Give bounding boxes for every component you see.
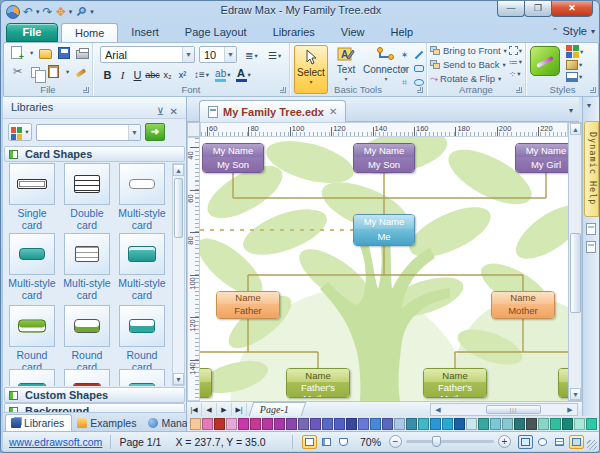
new-document-icon[interactable]: [11, 46, 22, 59]
drawing-canvas[interactable]: My NameMy SonMy NameMy SonMy NameMy Girl…: [200, 137, 568, 401]
family-node-me[interactable]: My NameMe: [353, 214, 415, 246]
shape-part-a[interactable]: [6, 369, 58, 386]
collapse-icon[interactable]: ▾: [587, 101, 591, 110]
section-custom-shapes[interactable]: Custom Shapes: [4, 387, 185, 403]
library-picker-button[interactable]: ▾: [8, 123, 32, 141]
family-node-my-son[interactable]: My NameMy Son: [202, 143, 264, 173]
color-swatch[interactable]: [298, 418, 309, 430]
scroll-down-icon[interactable]: ▼: [173, 373, 184, 385]
color-swatch[interactable]: [526, 418, 537, 430]
color-swatch[interactable]: [454, 418, 465, 430]
tab-libraries[interactable]: Libraries: [260, 23, 328, 42]
group-shapes-icon[interactable]: ▾: [509, 46, 522, 55]
color-swatch[interactable]: [274, 418, 285, 430]
open-icon[interactable]: [39, 49, 52, 59]
arrange-dialog-launcher-icon[interactable]: [516, 87, 522, 93]
highlight-color-button[interactable]: ab▾: [215, 66, 230, 83]
distribute-shapes-icon[interactable]: ⁘▾: [509, 69, 522, 79]
first-page-icon[interactable]: |◀: [187, 403, 202, 416]
shape-multi-d[interactable]: Multi-style card: [116, 233, 168, 301]
line-spacing-button[interactable]: ↕≡▾: [194, 66, 209, 83]
family-node[interactable]: [558, 368, 568, 398]
color-swatch[interactable]: [334, 418, 345, 430]
color-swatch[interactable]: [250, 418, 261, 430]
search-go-button[interactable]: ➜: [145, 123, 165, 141]
color-swatch[interactable]: [190, 418, 201, 430]
maximize-button[interactable]: ❐: [524, 1, 552, 17]
family-node-mother[interactable]: NameMother: [491, 291, 555, 319]
color-swatch[interactable]: [418, 418, 429, 430]
sidebar-scrollbar[interactable]: ▲ ▼: [172, 163, 185, 386]
font-size-select[interactable]: 10▼: [199, 46, 237, 63]
scroll-right-icon[interactable]: ▶: [564, 404, 576, 415]
tab-home[interactable]: Home: [61, 23, 118, 42]
bullets-button[interactable]: ☰▾: [268, 47, 281, 64]
scroll-up-icon[interactable]: ▲: [570, 123, 581, 135]
shape-round-b[interactable]: Round card: [61, 305, 113, 373]
color-swatch[interactable]: [310, 418, 321, 430]
file-tab[interactable]: File: [6, 23, 58, 42]
resize-grip[interactable]: [587, 440, 597, 450]
color-swatch[interactable]: [226, 418, 237, 430]
zoom-in-icon[interactable]: +: [498, 435, 511, 448]
color-swatch[interactable]: [466, 418, 477, 430]
zoom-slider-thumb[interactable]: [432, 436, 441, 447]
color-swatch[interactable]: [514, 418, 525, 430]
line-style-icon[interactable]: ▾: [566, 72, 583, 82]
close-document-icon[interactable]: ✕: [329, 106, 337, 117]
fill-style-icon[interactable]: ▾: [566, 60, 583, 70]
shape-round-a[interactable]: Round card: [6, 305, 58, 373]
shape-double[interactable]: Double card: [61, 163, 113, 231]
tab-help[interactable]: Help: [377, 23, 426, 42]
font-dialog-launcher-icon[interactable]: [280, 87, 286, 93]
color-swatch[interactable]: [346, 418, 357, 430]
shape-part-b[interactable]: [61, 369, 113, 386]
minimize-button[interactable]: —: [497, 1, 525, 17]
scroll-down-icon[interactable]: ▼: [570, 388, 581, 400]
file-dialog-launcher-icon[interactable]: [83, 87, 89, 93]
cut-icon[interactable]: ✂: [10, 65, 25, 78]
align-text-button[interactable]: ≣▾: [245, 47, 258, 64]
scrollbar-thumb[interactable]: [570, 233, 581, 313]
fullscreen-view-icon[interactable]: [336, 435, 351, 449]
scroll-left-icon[interactable]: ◀: [432, 404, 444, 415]
scrollbar-thumb[interactable]: [174, 178, 183, 238]
strikethrough-button[interactable]: abc: [145, 70, 160, 80]
color-swatch[interactable]: [502, 418, 513, 430]
color-swatch[interactable]: [430, 418, 441, 430]
color-swatch[interactable]: [394, 418, 405, 430]
save-icon[interactable]: [58, 47, 70, 59]
shape-search-input[interactable]: ▼: [36, 124, 141, 141]
shape-multi-c[interactable]: Multi-style card: [61, 233, 113, 301]
delete-shape-icon[interactable]: ×: [398, 62, 411, 75]
help-page-icon[interactable]: [586, 241, 596, 253]
basic-tools-dialog-launcher-icon[interactable]: [417, 87, 423, 93]
color-swatch[interactable]: [574, 418, 585, 430]
color-swatch[interactable]: [478, 418, 489, 430]
underline-button[interactable]: U: [130, 69, 145, 81]
tab-page-layout[interactable]: Page Layout: [172, 23, 260, 42]
font-color-button[interactable]: A▾: [236, 66, 251, 83]
theme-colors-icon[interactable]: ▾: [566, 45, 583, 58]
family-node-my-son[interactable]: My NameMy Son: [353, 143, 415, 173]
color-swatch[interactable]: [442, 418, 453, 430]
tab-insert[interactable]: Insert: [118, 23, 172, 42]
dynamic-help-tab[interactable]: Dynamic Help: [584, 121, 599, 217]
page-tab[interactable]: Page-1: [249, 402, 306, 416]
style-menu-button[interactable]: ⌃ Style ▾: [552, 25, 595, 37]
color-swatch[interactable]: [286, 418, 297, 430]
copy-icon[interactable]: [31, 67, 40, 78]
color-swatch[interactable]: [238, 418, 249, 430]
italic-button[interactable]: I: [115, 69, 130, 81]
family-node-father-s-mother[interactable]: NameFather's Mother: [286, 368, 350, 398]
zoom-out-icon[interactable]: −: [389, 435, 402, 448]
print-icon[interactable]: [76, 50, 89, 59]
color-swatch[interactable]: [322, 418, 333, 430]
canvas-vertical-scrollbar[interactable]: ▲ ▼: [568, 122, 582, 401]
color-swatch[interactable]: [202, 418, 213, 430]
shape-multi-b[interactable]: Multi-style card: [6, 233, 58, 301]
scroll-up-icon[interactable]: ▲: [173, 164, 184, 176]
panel-tab-examples[interactable]: Examples: [72, 414, 143, 431]
color-swatch[interactable]: [538, 418, 549, 430]
color-swatch[interactable]: [262, 418, 273, 430]
